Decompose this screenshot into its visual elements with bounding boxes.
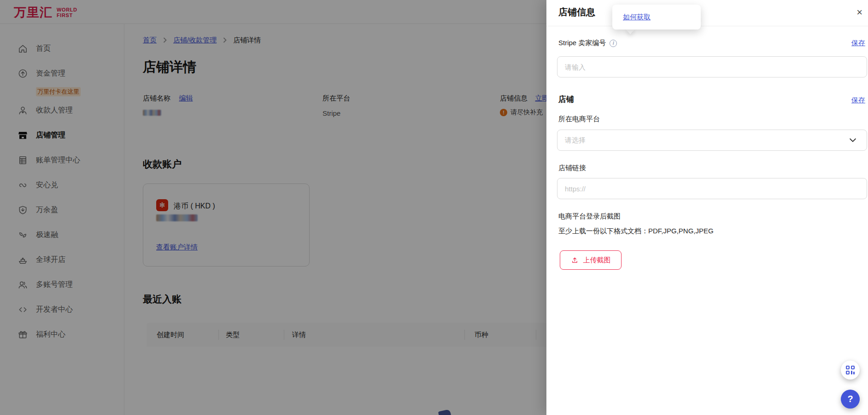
save-shop-link[interactable]: 保存 (851, 96, 865, 105)
stripe-seller-id-input[interactable] (557, 56, 867, 77)
stripe-seller-id-label: Stripe 卖家编号 (558, 39, 606, 47)
drawer-header: 店铺信息 × (546, 0, 868, 26)
close-icon[interactable]: × (855, 6, 864, 19)
info-icon[interactable]: i (610, 40, 617, 47)
screenshot-label: 电商平台登录后截图 (558, 212, 621, 221)
platform-select[interactable]: 请选择 (557, 130, 867, 151)
how-to-get-tooltip: 如何获取 (612, 5, 701, 30)
platform-select-placeholder: 请选择 (565, 136, 848, 145)
apps-fab-button[interactable] (841, 361, 860, 379)
chevron-down-icon (848, 136, 857, 145)
upload-icon (571, 256, 579, 264)
store-link-input[interactable] (557, 178, 867, 199)
stripe-seller-id-row: Stripe 卖家编号 i (558, 39, 617, 47)
save-stripe-id-link[interactable]: 保存 (851, 39, 865, 47)
upload-screenshot-button[interactable]: 上传截图 (560, 250, 622, 270)
screenshot-format-hint: 至少上载一份以下格式文档：PDF,JPG,PNG,JPEG (558, 227, 714, 236)
worldfirst-app: 万里汇 WORLDFIRST 首页 资金管理 万里付卡在这里 收款人管理 (0, 0, 868, 415)
store-link-label: 店铺链接 (558, 164, 586, 172)
drawer-title: 店铺信息 (558, 6, 595, 18)
question-mark-icon: ? (847, 394, 853, 404)
store-info-drawer: 店铺信息 × Stripe 卖家编号 i 保存 店铺 保存 所在电商平台 请选择… (546, 0, 868, 415)
apps-grid-icon (846, 366, 855, 374)
help-fab-button[interactable]: ? (841, 390, 860, 409)
how-to-get-link[interactable]: 如何获取 (623, 13, 651, 22)
shop-section-heading: 店铺 (558, 94, 574, 105)
ecommerce-platform-label: 所在电商平台 (558, 115, 600, 124)
